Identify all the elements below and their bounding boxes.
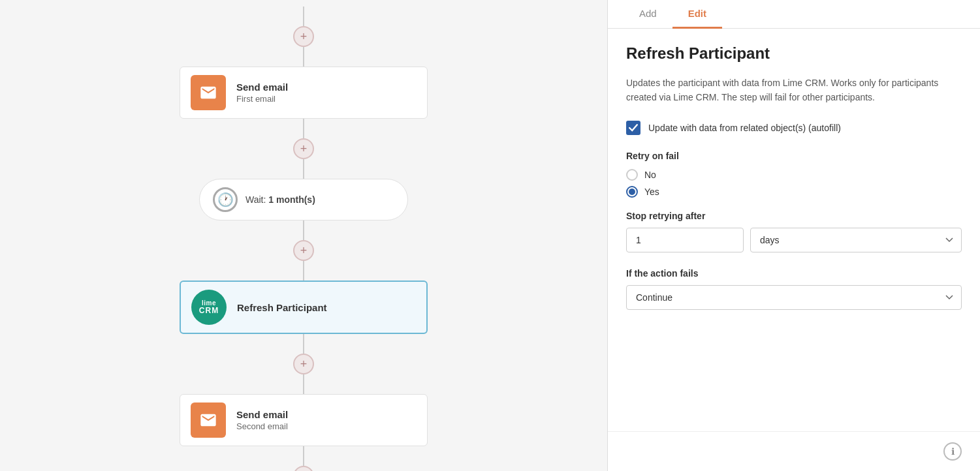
- autofill-row: Update with data from related object(s) …: [626, 121, 962, 135]
- detail-footer: ℹ: [608, 431, 980, 471]
- radio-no-label: No: [644, 170, 656, 180]
- radio-yes[interactable]: [626, 186, 638, 198]
- add-button-4[interactable]: +: [293, 466, 314, 471]
- step-send-email-1[interactable]: Send email First email: [180, 67, 428, 119]
- detail-title: Refresh Participant: [626, 44, 962, 63]
- autofill-label: Update with data from related object(s) …: [648, 123, 841, 133]
- clock-icon: 🕐: [213, 187, 238, 212]
- radio-row-no: No: [626, 169, 962, 181]
- step-subtitle-1: First email: [236, 94, 417, 104]
- step-info-1: Send email First email: [236, 82, 417, 104]
- add-button-3[interactable]: +: [293, 354, 314, 374]
- stop-retry-label: Stop retrying after: [626, 211, 962, 221]
- add-button-2[interactable]: +: [293, 240, 314, 261]
- wait-label: Wait:: [245, 194, 266, 205]
- flow-panel: + Send email First email + 🕐 Wait: 1 mon…: [0, 0, 607, 471]
- retry-radio-group: No Yes: [626, 169, 962, 198]
- radio-yes-label: Yes: [644, 187, 659, 197]
- step-refresh-participant[interactable]: lime CRM Refresh Participant: [180, 281, 428, 334]
- step-title-refresh: Refresh Participant: [237, 302, 416, 313]
- connector-7: [303, 446, 304, 466]
- tab-add[interactable]: Add: [624, 0, 672, 29]
- wait-step[interactable]: 🕐 Wait: 1 month(s): [199, 179, 408, 220]
- autofill-checkbox[interactable]: [626, 121, 640, 135]
- connector-2: [303, 159, 304, 179]
- email-icon-2: [191, 403, 226, 438]
- connector-4: [303, 261, 304, 281]
- detail-description: Updates the participant with data from L…: [626, 76, 962, 105]
- flow-content: + Send email First email + 🕐 Wait: 1 mon…: [153, 0, 454, 471]
- if-fail-label: If the action fails: [626, 268, 962, 279]
- email-icon-1: [191, 75, 226, 110]
- radio-no[interactable]: [626, 169, 638, 181]
- info-icon[interactable]: ℹ: [943, 442, 962, 461]
- tabs-row: Add Edit: [608, 0, 980, 29]
- radio-row-yes: Yes: [626, 186, 962, 198]
- step-title-2: Send email: [236, 409, 417, 420]
- connector-0: [303, 47, 304, 67]
- detail-panel: Add Edit Refresh Participant Updates the…: [607, 0, 980, 471]
- add-button-top[interactable]: +: [293, 26, 314, 47]
- connector-3: [303, 220, 304, 240]
- connector-top: [303, 7, 304, 26]
- connector-6: [303, 374, 304, 394]
- step-info-2: Send email Second email: [236, 409, 417, 431]
- add-button-1[interactable]: +: [293, 138, 314, 159]
- connector-5: [303, 334, 304, 354]
- step-send-email-2[interactable]: Send email Second email: [180, 394, 428, 446]
- wait-text: Wait: 1 month(s): [245, 194, 315, 205]
- stop-retry-row: days hours minutes: [626, 228, 962, 252]
- connector-1: [303, 119, 304, 138]
- radio-yes-inner: [629, 189, 635, 195]
- lime-crm-icon: lime CRM: [191, 290, 227, 325]
- step-info-refresh: Refresh Participant: [237, 302, 416, 313]
- retry-value-input[interactable]: [626, 228, 744, 252]
- retry-on-fail-label: Retry on fail: [626, 151, 962, 161]
- if-fail-select[interactable]: Continue Stop Retry: [626, 285, 962, 310]
- step-title-1: Send email: [236, 82, 417, 93]
- retry-unit-select[interactable]: days hours minutes: [750, 228, 962, 252]
- step-subtitle-2: Second email: [236, 421, 417, 431]
- tab-edit[interactable]: Edit: [672, 0, 722, 29]
- detail-content: Refresh Participant Updates the particip…: [608, 29, 980, 431]
- wait-duration: 1 month(s): [268, 194, 315, 205]
